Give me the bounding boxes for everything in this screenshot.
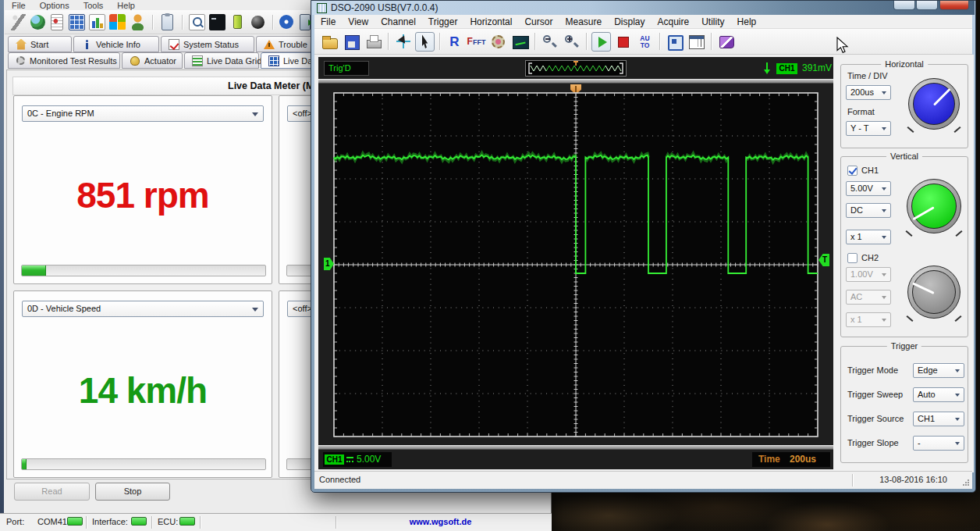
menu-bar: File View Channel Trigger Horizontal Cur… — [314, 15, 972, 29]
settings-wheel-icon[interactable] — [488, 32, 508, 52]
tab-live-data-grid[interactable]: Live Data Grid — [184, 52, 259, 69]
waveform-preview[interactable] — [525, 60, 627, 77]
ch2-position-knob[interactable] — [907, 266, 960, 319]
menu-tools[interactable]: Tools — [76, 0, 111, 10]
menu-trigger[interactable]: Trigger — [422, 15, 464, 28]
autoset-icon[interactable]: AU TO — [635, 32, 655, 52]
trigger-mode-label: Trigger Mode — [847, 365, 898, 375]
ch1-checkbox[interactable] — [847, 166, 858, 176]
tab-monitored-test-results[interactable]: Monitored Test Results — [8, 52, 120, 69]
pointer-tool-icon[interactable] — [415, 32, 435, 52]
statusbar-separator — [151, 516, 153, 529]
menu-display[interactable]: Display — [608, 15, 651, 28]
window-layout-icon[interactable] — [687, 32, 706, 52]
terminal-icon[interactable] — [209, 14, 225, 30]
menu-cursor[interactable]: Cursor — [518, 15, 559, 28]
mouse-cursor — [836, 37, 850, 55]
horizontal-position-knob[interactable] — [908, 78, 960, 130]
menu-measure[interactable]: Measure — [559, 15, 608, 28]
info-icon[interactable] — [279, 15, 293, 29]
ch1-coupling-select[interactable]: DC — [846, 203, 891, 218]
resize-grip[interactable] — [962, 479, 970, 486]
clipboard-icon[interactable] — [162, 14, 173, 30]
tab-vehicle-info[interactable]: Vehicle Info — [73, 36, 159, 52]
trigger-mode-select[interactable]: Edge — [913, 363, 964, 378]
trigger-slope-select[interactable]: - — [913, 436, 964, 451]
ch1-volts-select[interactable]: 5.00V — [846, 181, 891, 196]
menu-channel[interactable]: Channel — [375, 15, 422, 28]
help-book-icon[interactable] — [716, 32, 736, 52]
interface-label: Interface: — [92, 517, 128, 526]
run-icon[interactable] — [591, 32, 611, 52]
ch1-label: CH1 — [861, 166, 879, 175]
pid-select-rpm[interactable]: 0C - Engine RPM — [22, 105, 264, 122]
battery-icon[interactable] — [233, 15, 242, 29]
tab-system-status[interactable]: System Status — [161, 36, 254, 52]
knob-icon[interactable] — [251, 16, 265, 29]
open-file-icon[interactable] — [320, 32, 339, 52]
trigger-level-marker[interactable]: T — [818, 254, 829, 266]
ch1-volts-value: 5.00V — [850, 184, 873, 193]
trigger-source-select[interactable]: CH1 — [913, 412, 964, 426]
trigger-slope-value: - — [918, 438, 921, 447]
cursor-measure-icon[interactable] — [393, 32, 413, 52]
tab-actuator[interactable]: Actuator — [122, 52, 183, 69]
globe-icon[interactable] — [30, 15, 45, 30]
port-value: COM41 — [37, 517, 67, 526]
format-select[interactable]: Y - T — [846, 121, 891, 136]
tab-start[interactable]: Start — [8, 36, 72, 52]
website-link[interactable]: www.wgsoft.de — [337, 517, 544, 526]
menu-file[interactable]: File — [314, 15, 342, 28]
stop-icon[interactable] — [613, 32, 633, 52]
ch2-probe-value: x 1 — [850, 315, 862, 324]
menu-view[interactable]: View — [342, 15, 375, 28]
menu-help[interactable]: Help — [110, 0, 142, 10]
grid-icon[interactable] — [69, 14, 85, 30]
tab-label: Monitored Test Results — [30, 56, 117, 66]
scope-top-bar: Trig'D CH1 391mV — [318, 59, 833, 78]
maximize-button[interactable] — [916, 1, 938, 10]
menu-horizontal[interactable]: Horizontal — [463, 15, 518, 28]
exit-icon[interactable] — [300, 14, 311, 30]
user-icon[interactable] — [130, 14, 146, 30]
fft-icon[interactable]: FFFT — [467, 32, 486, 52]
title-bar[interactable]: DSO-2090 USB(V7.0.0.4) — [312, 1, 975, 15]
reset-icon[interactable]: R — [445, 32, 464, 52]
pid-select-speed[interactable]: 0D - Vehicle Speed — [22, 301, 264, 317]
time-div-select[interactable]: 200us — [846, 85, 891, 100]
report-icon[interactable] — [51, 14, 63, 30]
group-title: Horizontal — [881, 59, 928, 69]
zoom-in-icon[interactable] — [562, 32, 581, 52]
ch1-probe-select[interactable]: x 1 — [846, 230, 891, 244]
speed-progress — [21, 458, 266, 470]
vertical-group: Vertical CH1 5.00V DC x 1 — [840, 156, 968, 337]
stop-button[interactable]: Stop — [95, 483, 170, 501]
rpm-progress-fill — [22, 266, 46, 276]
ch2-checkbox[interactable] — [847, 253, 858, 263]
trigger-sweep-select[interactable]: Auto — [913, 387, 964, 402]
port-label: Port: — [6, 517, 24, 526]
print-icon[interactable] — [364, 32, 383, 52]
chart-icon[interactable] — [89, 14, 105, 30]
port-led — [67, 517, 83, 526]
minimize-button[interactable] — [893, 1, 915, 10]
menu-help[interactable]: Help — [731, 15, 763, 28]
save-icon[interactable] — [342, 32, 361, 52]
menu-file[interactable]: File — [5, 0, 33, 10]
search-icon[interactable] — [189, 14, 205, 30]
connector-icon[interactable] — [10, 14, 27, 30]
time-div-value: 200us — [850, 87, 874, 97]
desktop: File Options Tools Help — [0, 0, 980, 531]
menu-options[interactable]: Options — [33, 0, 76, 10]
ch1-coupling-value: DC — [850, 205, 863, 215]
menu-acquire[interactable]: Acquire — [652, 15, 696, 28]
zoom-out-icon[interactable] — [540, 32, 559, 52]
menu-utility[interactable]: Utility — [695, 15, 730, 28]
ch1-position-knob[interactable] — [907, 179, 961, 233]
windows-icon[interactable] — [109, 14, 126, 30]
waveform-display-icon[interactable] — [510, 32, 530, 52]
horizontal-group: Horizontal Time / DIV 200us Format Y - T — [840, 64, 968, 148]
time-div-label: Time / DIV — [847, 71, 888, 80]
display-settings-icon[interactable] — [665, 32, 684, 52]
close-button[interactable] — [939, 1, 969, 10]
